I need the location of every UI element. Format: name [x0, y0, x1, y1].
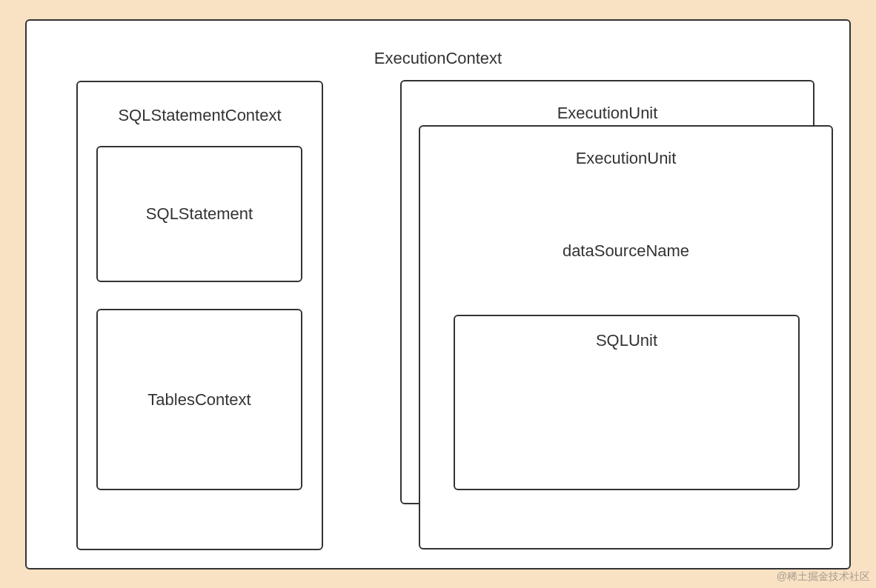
watermark-text: @稀土掘金技术社区	[777, 570, 870, 584]
data-source-name-label: dataSourceName	[420, 241, 832, 261]
execution-context-title: ExecutionContext	[27, 49, 849, 68]
tables-context-label: TablesContext	[147, 390, 250, 410]
tables-context-box: TablesContext	[96, 309, 302, 490]
sql-unit-title: SQLUnit	[455, 331, 798, 350]
sql-statement-label: SQLStatement	[146, 204, 253, 224]
execution-unit-front-title: ExecutionUnit	[420, 149, 832, 168]
sql-unit-box: SQLUnit	[454, 315, 800, 490]
sql-statement-context-title: SQLStatementContext	[78, 106, 322, 125]
sql-statement-box: SQLStatement	[96, 146, 302, 282]
execution-unit-back-title: ExecutionUnit	[402, 104, 813, 123]
